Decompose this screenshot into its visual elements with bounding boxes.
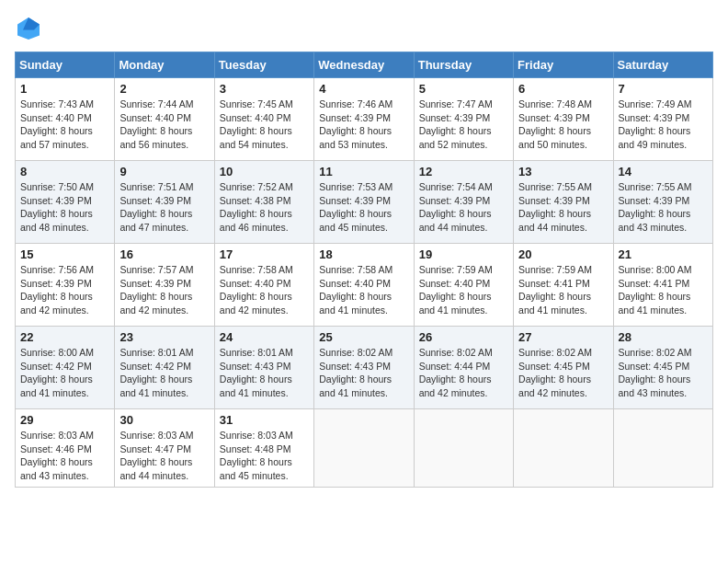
day-number: 6 [518,82,608,96]
empty-cell [314,409,414,488]
day-info: Sunrise: 8:02 AM Sunset: 4:45 PM Dayligh… [518,346,608,400]
day-cell-29: 29 Sunrise: 8:03 AM Sunset: 4:46 PM Dayl… [16,409,115,488]
day-cell-26: 26 Sunrise: 8:02 AM Sunset: 4:44 PM Dayl… [414,327,513,409]
day-cell-5: 5 Sunrise: 7:47 AM Sunset: 4:39 PM Dayli… [414,78,513,161]
day-number: 10 [220,165,309,178]
day-number: 23 [119,330,209,344]
day-info: Sunrise: 8:02 AM Sunset: 4:45 PM Dayligh… [619,346,708,400]
day-cell-31: 31 Sunrise: 8:03 AM Sunset: 4:48 PM Dayl… [214,409,313,488]
day-cell-7: 7 Sunrise: 7:49 AM Sunset: 4:39 PM Dayli… [613,78,712,161]
day-info: Sunrise: 8:03 AM Sunset: 4:47 PM Dayligh… [119,429,209,483]
day-info: Sunrise: 7:49 AM Sunset: 4:39 PM Dayligh… [619,98,708,152]
day-info: Sunrise: 8:02 AM Sunset: 4:44 PM Dayligh… [419,346,508,400]
day-info: Sunrise: 7:43 AM Sunset: 4:40 PM Dayligh… [20,98,109,152]
day-number: 26 [419,330,508,344]
day-number: 9 [119,165,209,178]
calendar-week-1: 1 Sunrise: 7:43 AM Sunset: 4:40 PM Dayli… [16,78,713,161]
empty-cell [414,409,513,488]
day-number: 22 [20,330,109,344]
day-info: Sunrise: 7:55 AM Sunset: 4:39 PM Dayligh… [518,180,608,235]
calendar-header-row: SundayMondayTuesdayWednesdayThursdayFrid… [16,52,713,78]
day-info: Sunrise: 7:47 AM Sunset: 4:39 PM Dayligh… [419,98,508,152]
day-cell-22: 22 Sunrise: 8:00 AM Sunset: 4:42 PM Dayl… [16,327,115,409]
day-number: 29 [20,413,109,427]
calendar-week-2: 8 Sunrise: 7:50 AM Sunset: 4:39 PM Dayli… [16,161,713,244]
day-cell-14: 14 Sunrise: 7:55 AM Sunset: 4:39 PM Dayl… [613,161,712,244]
day-info: Sunrise: 7:55 AM Sunset: 4:39 PM Dayligh… [619,180,708,235]
day-number: 27 [518,330,608,344]
day-info: Sunrise: 7:44 AM Sunset: 4:40 PM Dayligh… [119,98,209,152]
day-info: Sunrise: 7:51 AM Sunset: 4:39 PM Dayligh… [119,180,209,235]
col-header-friday: Friday [514,52,613,78]
day-number: 1 [20,82,109,96]
day-number: 13 [518,165,608,178]
day-cell-25: 25 Sunrise: 8:02 AM Sunset: 4:43 PM Dayl… [314,327,414,409]
empty-cell [613,409,712,488]
day-cell-13: 13 Sunrise: 7:55 AM Sunset: 4:39 PM Dayl… [514,161,613,244]
day-number: 7 [619,82,708,96]
day-number: 31 [220,413,309,427]
day-cell-16: 16 Sunrise: 7:57 AM Sunset: 4:39 PM Dayl… [115,244,214,327]
col-header-sunday: Sunday [16,52,115,78]
day-cell-30: 30 Sunrise: 8:03 AM Sunset: 4:47 PM Dayl… [115,409,214,488]
day-number: 14 [619,165,708,178]
day-cell-23: 23 Sunrise: 8:01 AM Sunset: 4:42 PM Dayl… [115,327,214,409]
calendar-week-5: 29 Sunrise: 8:03 AM Sunset: 4:46 PM Dayl… [16,409,713,488]
day-info: Sunrise: 7:58 AM Sunset: 4:40 PM Dayligh… [319,263,408,317]
day-number: 21 [619,247,708,261]
day-cell-15: 15 Sunrise: 7:56 AM Sunset: 4:39 PM Dayl… [16,244,115,327]
day-number: 4 [319,82,408,96]
col-header-monday: Monday [115,52,214,78]
day-number: 11 [319,165,408,178]
day-number: 5 [419,82,508,96]
day-info: Sunrise: 7:46 AM Sunset: 4:39 PM Dayligh… [319,98,408,152]
day-number: 24 [220,330,309,344]
day-cell-17: 17 Sunrise: 7:58 AM Sunset: 4:40 PM Dayl… [214,244,313,327]
day-cell-19: 19 Sunrise: 7:59 AM Sunset: 4:40 PM Dayl… [414,244,513,327]
day-info: Sunrise: 7:59 AM Sunset: 4:41 PM Dayligh… [518,263,608,317]
day-cell-9: 9 Sunrise: 7:51 AM Sunset: 4:39 PM Dayli… [115,161,214,244]
day-cell-11: 11 Sunrise: 7:53 AM Sunset: 4:39 PM Dayl… [314,161,414,244]
col-header-saturday: Saturday [613,52,712,78]
day-number: 12 [419,165,508,178]
day-cell-12: 12 Sunrise: 7:54 AM Sunset: 4:39 PM Dayl… [414,161,513,244]
day-info: Sunrise: 7:57 AM Sunset: 4:39 PM Dayligh… [119,263,209,317]
day-info: Sunrise: 8:01 AM Sunset: 4:43 PM Dayligh… [220,346,309,400]
day-info: Sunrise: 7:45 AM Sunset: 4:40 PM Dayligh… [220,98,309,152]
day-cell-1: 1 Sunrise: 7:43 AM Sunset: 4:40 PM Dayli… [16,78,115,161]
day-cell-10: 10 Sunrise: 7:52 AM Sunset: 4:38 PM Dayl… [214,161,313,244]
day-number: 2 [119,82,209,96]
day-number: 18 [319,247,408,261]
col-header-wednesday: Wednesday [314,52,414,78]
day-number: 19 [419,247,508,261]
day-number: 16 [119,247,209,261]
day-cell-27: 27 Sunrise: 8:02 AM Sunset: 4:45 PM Dayl… [514,327,613,409]
day-cell-18: 18 Sunrise: 7:58 AM Sunset: 4:40 PM Dayl… [314,244,414,327]
day-info: Sunrise: 7:52 AM Sunset: 4:38 PM Dayligh… [220,180,309,235]
logo-icon [15,15,42,42]
day-cell-21: 21 Sunrise: 8:00 AM Sunset: 4:41 PM Dayl… [613,244,712,327]
empty-cell [514,409,613,488]
day-number: 30 [119,413,209,427]
day-info: Sunrise: 7:50 AM Sunset: 4:39 PM Dayligh… [20,180,109,235]
day-cell-20: 20 Sunrise: 7:59 AM Sunset: 4:41 PM Dayl… [514,244,613,327]
day-number: 17 [220,247,309,261]
day-cell-6: 6 Sunrise: 7:48 AM Sunset: 4:39 PM Dayli… [514,78,613,161]
day-cell-3: 3 Sunrise: 7:45 AM Sunset: 4:40 PM Dayli… [214,78,313,161]
page-header [15,15,713,42]
day-info: Sunrise: 7:59 AM Sunset: 4:40 PM Dayligh… [419,263,508,317]
day-cell-2: 2 Sunrise: 7:44 AM Sunset: 4:40 PM Dayli… [115,78,214,161]
day-info: Sunrise: 7:56 AM Sunset: 4:39 PM Dayligh… [20,263,109,317]
day-number: 28 [619,330,708,344]
day-cell-8: 8 Sunrise: 7:50 AM Sunset: 4:39 PM Dayli… [16,161,115,244]
day-info: Sunrise: 8:01 AM Sunset: 4:42 PM Dayligh… [119,346,209,400]
day-number: 20 [518,247,608,261]
day-number: 8 [20,165,109,178]
calendar-week-4: 22 Sunrise: 8:00 AM Sunset: 4:42 PM Dayl… [16,327,713,409]
day-cell-28: 28 Sunrise: 8:02 AM Sunset: 4:45 PM Dayl… [613,327,712,409]
day-info: Sunrise: 8:00 AM Sunset: 4:42 PM Dayligh… [20,346,109,400]
col-header-thursday: Thursday [414,52,513,78]
day-info: Sunrise: 7:58 AM Sunset: 4:40 PM Dayligh… [220,263,309,317]
col-header-tuesday: Tuesday [214,52,313,78]
logo [15,15,46,42]
